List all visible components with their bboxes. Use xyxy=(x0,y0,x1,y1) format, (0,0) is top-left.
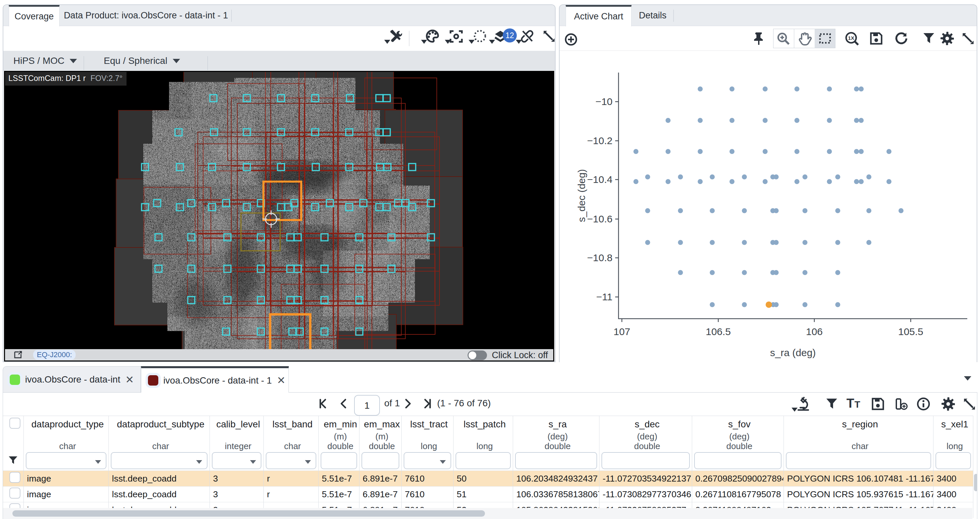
svg-text:−11: −11 xyxy=(596,291,612,302)
svg-text:106.5: 106.5 xyxy=(706,326,731,337)
svg-text:s_ra (deg): s_ra (deg) xyxy=(770,347,816,358)
svg-text:107: 107 xyxy=(614,326,630,337)
svg-text:T: T xyxy=(846,396,854,410)
svg-text:s_dec (deg): s_dec (deg) xyxy=(576,169,587,222)
svg-text:105.5: 105.5 xyxy=(898,326,923,337)
svg-text:−10: −10 xyxy=(595,96,612,107)
svg-text:−10.2: −10.2 xyxy=(587,135,612,146)
svg-text:−10.6: −10.6 xyxy=(587,213,612,224)
svg-text:−10.4: −10.4 xyxy=(587,174,612,185)
svg-text:T: T xyxy=(854,399,860,409)
svg-text:106: 106 xyxy=(806,326,823,337)
svg-text:1X: 1X xyxy=(848,35,854,41)
svg-text:−10.8: −10.8 xyxy=(587,252,612,263)
